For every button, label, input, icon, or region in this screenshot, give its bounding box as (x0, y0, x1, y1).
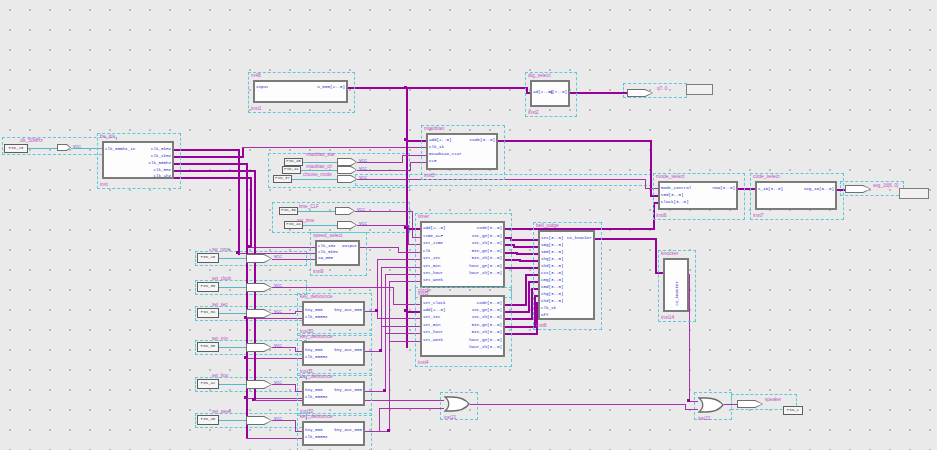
module-inst-label[interactable]: inst7 (753, 212, 764, 218)
wire[interactable] (685, 409, 698, 410)
wire[interactable] (402, 155, 403, 163)
pin-name-label[interactable]: time_CLF (299, 204, 319, 209)
wire[interactable] (837, 189, 846, 191)
wire[interactable] (498, 140, 652, 142)
or-gate-or1[interactable] (444, 396, 470, 412)
module-name-label[interactable]: timer (418, 213, 429, 219)
chip-pin-set_sec[interactable]: PIN_34 (197, 308, 219, 318)
pin-name-label[interactable]: clk_50MHz (20, 138, 43, 143)
pin-name-label[interactable]: set_clock (212, 276, 231, 281)
chip-pin-set_hou[interactable]: PIN_42 (197, 379, 219, 389)
wire[interactable] (470, 404, 685, 405)
wire[interactable] (174, 163, 248, 165)
wire[interactable] (303, 162, 337, 163)
input-pin-symbol[interactable] (57, 144, 71, 151)
module-name-label[interactable]: fre_div (100, 133, 115, 139)
wire[interactable] (174, 170, 256, 172)
wire[interactable] (393, 287, 394, 305)
module-inst-label[interactable]: inst6 (656, 212, 667, 218)
module-key_debounce2[interactable] (302, 341, 365, 366)
chip-pin-miaobiao_clr[interactable]: PIN_41 (282, 166, 301, 174)
wire[interactable] (655, 238, 657, 274)
wire[interactable] (298, 211, 335, 212)
wire[interactable] (242, 148, 244, 158)
wire[interactable] (505, 244, 513, 246)
wire[interactable] (219, 313, 246, 314)
chip-pin-set_week[interactable]: PIN_46 (197, 415, 219, 425)
module-inst-label[interactable]: inst1 (251, 105, 262, 111)
wire[interactable] (516, 253, 538, 255)
module-name-label[interactable]: code_select (753, 173, 780, 179)
pin-name-label[interactable]: set_hou (212, 373, 228, 378)
module-code_select[interactable] (755, 181, 837, 210)
input-pin-symbol[interactable] (246, 380, 272, 389)
annotation-box[interactable] (899, 188, 929, 199)
wire[interactable] (377, 318, 420, 319)
wire[interactable] (365, 431, 389, 432)
input-pin-symbol[interactable] (335, 207, 355, 215)
output-pin-symbol[interactable] (737, 400, 763, 408)
wire[interactable] (295, 351, 302, 352)
wire[interactable] (412, 237, 420, 238)
wire[interactable] (295, 431, 302, 432)
wire[interactable] (295, 391, 302, 392)
module-name-label[interactable]: key_debounce (300, 413, 333, 419)
chip-pin-set_min[interactable]: PIN_36 (197, 342, 219, 352)
wire[interactable] (365, 391, 385, 392)
wire[interactable] (389, 281, 390, 432)
wire[interactable] (219, 420, 246, 421)
module-name-label[interactable]: miaobiao (424, 125, 444, 131)
input-pin-symbol[interactable] (337, 221, 357, 229)
wire[interactable] (528, 281, 538, 283)
wire[interactable] (505, 304, 525, 306)
pin-name-label[interactable]: miaobiao_clr (306, 164, 332, 169)
pin-name-label[interactable]: sw_none (212, 247, 230, 252)
wire[interactable] (272, 287, 393, 288)
wire[interactable] (379, 408, 380, 431)
wire[interactable] (510, 239, 538, 241)
wire[interactable] (28, 148, 57, 149)
wire[interactable] (393, 304, 420, 305)
wire[interactable] (505, 311, 528, 313)
wire[interactable] (301, 170, 337, 171)
wire[interactable] (505, 252, 516, 254)
input-pin-symbol[interactable] (246, 343, 272, 352)
chip-pin-time_CLF[interactable]: PIN_39 (279, 207, 298, 215)
wire[interactable] (408, 244, 420, 245)
module-key_debounce1[interactable] (302, 301, 365, 326)
pin-name-label[interactable]: set_sec (212, 302, 228, 307)
module-key_debounce4[interactable] (302, 421, 365, 446)
module-name-label[interactable]: speed_select (313, 232, 342, 238)
wire[interactable] (689, 401, 698, 402)
output-pin-name-label[interactable]: speaker (765, 397, 781, 402)
wire[interactable] (246, 438, 302, 439)
module-inst-label[interactable]: inst14 (661, 314, 674, 320)
wire[interactable] (738, 188, 756, 190)
wire[interactable] (505, 259, 519, 261)
wire[interactable] (174, 177, 252, 179)
module-name-label[interactable]: key_debounce (300, 373, 333, 379)
gate-inst-label[interactable]: inst21 (444, 415, 456, 420)
module-key_debounce3[interactable] (302, 381, 365, 406)
wire[interactable] (406, 140, 426, 142)
wire[interactable] (219, 287, 246, 288)
input-pin-symbol[interactable] (246, 254, 272, 263)
wire[interactable] (219, 347, 246, 348)
wire[interactable] (381, 267, 420, 268)
wire[interactable] (219, 384, 246, 385)
chip-pin-clk_50MHz[interactable]: PIN_23 (4, 144, 28, 153)
wire[interactable] (513, 246, 538, 248)
wire[interactable] (295, 311, 302, 312)
wire[interactable] (406, 311, 420, 313)
wire[interactable] (653, 203, 655, 230)
wire[interactable] (219, 258, 246, 259)
input-pin-symbol[interactable] (337, 166, 357, 174)
wire[interactable] (528, 281, 530, 313)
gate-inst-label[interactable]: inst22 (698, 416, 710, 421)
input-pin-symbol[interactable] (337, 175, 357, 183)
wire[interactable] (408, 225, 409, 245)
wire[interactable] (519, 260, 538, 262)
module-name-label[interactable]: knocker (661, 250, 679, 256)
chip-pin-miaobiao_star[interactable]: PIN_40 (284, 158, 303, 166)
module-name-label[interactable]: mode_select (656, 173, 684, 179)
